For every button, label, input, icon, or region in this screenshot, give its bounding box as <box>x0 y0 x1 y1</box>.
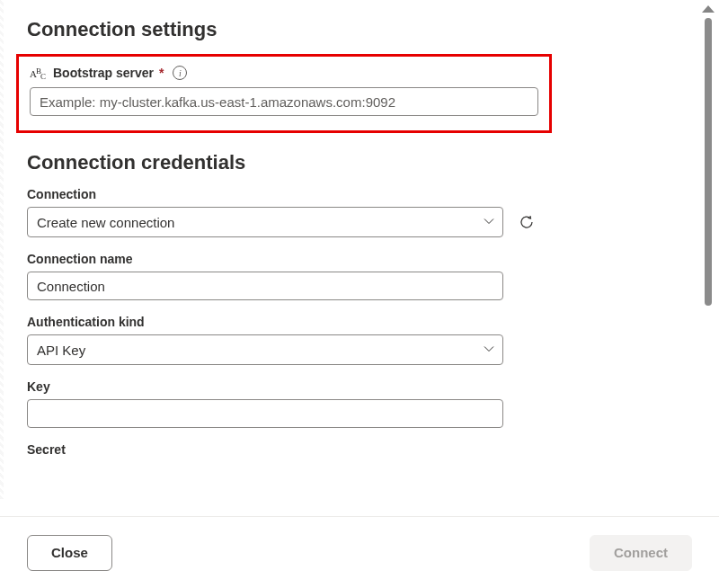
auth-kind-label: Authentication kind <box>27 315 692 329</box>
required-indicator: * <box>155 66 164 80</box>
scrollbar <box>701 0 715 588</box>
connection-credentials-heading: Connection credentials <box>27 151 692 174</box>
connection-input-row <box>27 207 692 237</box>
close-button[interactable]: Close <box>27 535 112 571</box>
credentials-section: Connection Connection name Authenticatio… <box>27 187 692 457</box>
secret-field-group: Secret <box>27 442 692 457</box>
connection-settings-heading: Connection settings <box>27 18 692 41</box>
connection-select[interactable] <box>27 207 503 237</box>
footer-bar: Close Connect <box>0 516 719 588</box>
info-icon[interactable]: i <box>173 66 187 80</box>
auth-kind-select[interactable] <box>27 334 503 365</box>
key-input[interactable] <box>27 399 503 428</box>
scroll-thumb[interactable] <box>705 18 712 306</box>
connection-name-label: Connection name <box>27 252 692 266</box>
main-panel: Connection settings ABC Bootstrap server… <box>0 0 719 499</box>
connection-name-group: Connection name <box>27 252 692 300</box>
bootstrap-label-row: ABC Bootstrap server * i <box>30 66 538 80</box>
connection-label: Connection <box>27 187 692 201</box>
bootstrap-highlight-box: ABC Bootstrap server * i <box>16 54 552 133</box>
connection-name-input[interactable] <box>27 272 503 300</box>
svg-text:C: C <box>40 72 46 80</box>
secret-label: Secret <box>27 442 692 457</box>
scroll-up-arrow-icon[interactable] <box>702 5 715 13</box>
key-label: Key <box>27 379 692 394</box>
connection-select-wrapper <box>27 207 503 237</box>
auth-kind-select-wrapper <box>27 334 503 365</box>
auth-kind-group: Authentication kind <box>27 315 692 365</box>
text-field-type-icon: ABC <box>30 66 48 80</box>
connect-button[interactable]: Connect <box>590 535 692 571</box>
bootstrap-server-input[interactable] <box>30 87 538 116</box>
connection-field-group: Connection <box>27 187 692 237</box>
refresh-icon[interactable] <box>518 213 536 231</box>
bootstrap-server-label: Bootstrap server * <box>53 66 164 80</box>
key-field-group: Key <box>27 379 692 428</box>
